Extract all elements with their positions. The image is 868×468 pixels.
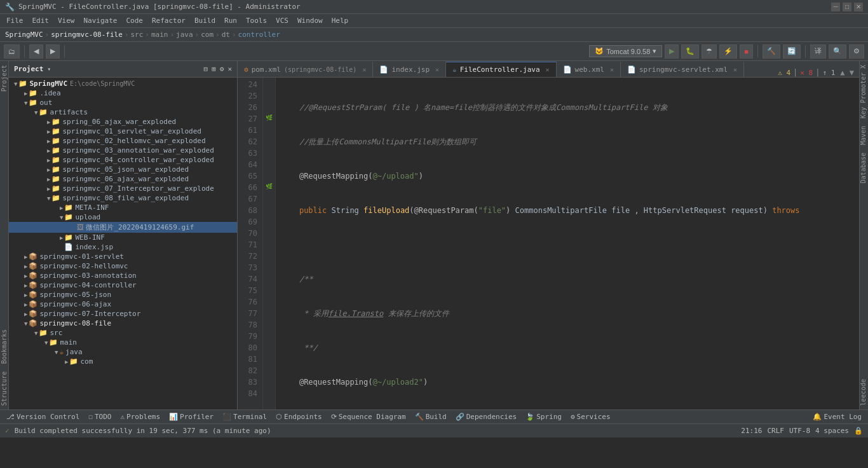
- breadcrumb-part[interactable]: dt: [222, 31, 230, 39]
- tree-artifacts[interactable]: ▼ 📁 artifacts: [9, 107, 237, 117]
- bottom-problems[interactable]: ⚠ Problems: [118, 413, 163, 421]
- expand-icon[interactable]: ⊞: [212, 65, 216, 73]
- tab-webxml[interactable]: 📄 web.xml ✕: [557, 62, 621, 77]
- menu-run[interactable]: Run: [220, 15, 241, 26]
- stop-button[interactable]: ■: [740, 45, 753, 59]
- tree-root[interactable]: ▼ 📁 SpringMVC E:\code\SpringMVC: [9, 79, 237, 88]
- menu-help[interactable]: Help: [328, 15, 353, 26]
- tree-wechat-img[interactable]: ▶ 🖼 微信图片_20220419124659.gif: [9, 222, 237, 233]
- tree-mvc01[interactable]: ▶ 📁 springmvc_01_servlet_war_exploded: [9, 127, 237, 136]
- tree-mvc06[interactable]: ▶ 📁 springmvc_06_ajax_war_exploded: [9, 174, 237, 184]
- breadcrumb-part[interactable]: controller: [238, 31, 280, 39]
- tree-java[interactable]: ▼ ☕ java: [9, 347, 237, 357]
- run-button[interactable]: ▶: [665, 45, 679, 59]
- title-bar-controls[interactable]: ─ □ ✕: [831, 3, 863, 11]
- tree-upload[interactable]: ▼ 📁 upload: [9, 212, 237, 222]
- coverage-button[interactable]: ☂: [702, 45, 717, 59]
- debug-button[interactable]: 🐛: [681, 45, 699, 59]
- breadcrumb-part[interactable]: src: [130, 31, 143, 39]
- tree-module06[interactable]: ▶ 📦 springmvc-06-ajax: [9, 299, 237, 309]
- menu-tools[interactable]: Tools: [242, 15, 271, 26]
- tree-module03[interactable]: ▶ 📦 springmvc-03-annotation: [9, 271, 237, 280]
- tree-mvc07[interactable]: ▶ 📁 springmvc_07_Interceptor_war_explode: [9, 184, 237, 193]
- maximize-button[interactable]: □: [843, 3, 851, 11]
- bottom-version-control[interactable]: ⎇ Version Control: [4, 413, 82, 421]
- tab-indexjsp[interactable]: 📄 index.jsp ✕: [373, 62, 446, 77]
- tree-module07[interactable]: ▶ 📦 springmvc-07-Interceptor: [9, 309, 237, 319]
- back-button[interactable]: ◀: [29, 45, 43, 59]
- tree-mvc02[interactable]: ▶ 📁 springmvc_02_hellomvc_war_exploded: [9, 136, 237, 146]
- menu-edit[interactable]: Edit: [29, 15, 53, 26]
- leecode-label[interactable]: leecode: [860, 375, 868, 410]
- indent[interactable]: 4 spaces: [815, 427, 849, 435]
- bottom-dependencies[interactable]: 🔗 Dependencies: [453, 413, 519, 421]
- tab-filecontroller[interactable]: ☕ FileController.java ✕: [446, 62, 557, 77]
- tree-mvc08[interactable]: ▼ 📁 springmvc_08_file_war_exploded: [9, 193, 237, 203]
- settings-button[interactable]: ⚙: [849, 45, 864, 59]
- tree-mvc04[interactable]: ▶ 📁 springmvc_04_controller_war_exploded: [9, 155, 237, 165]
- close-pomxml[interactable]: ✕: [362, 66, 366, 73]
- tree-spring06[interactable]: ▶ 📁 spring_06_ajax_war_exploded: [9, 117, 237, 127]
- tree-module05[interactable]: ▶ 📦 springmvc-05-json: [9, 290, 237, 299]
- project-sidebar-label[interactable]: Project: [0, 61, 9, 95]
- charset[interactable]: UTF-8: [789, 427, 810, 435]
- code-content[interactable]: //@RequestStrParam( file ) 名name=file控制器…: [276, 78, 859, 410]
- bottom-event-log[interactable]: 🔔 Event Log: [810, 413, 864, 421]
- close-indexjsp[interactable]: ✕: [435, 66, 439, 73]
- expand-tabs-up[interactable]: ▲: [840, 68, 844, 77]
- structure-sidebar-label[interactable]: Structure: [0, 368, 9, 410]
- tree-module01[interactable]: ▶ 📦 springmvc-01-servlet: [9, 252, 237, 261]
- menu-navigate[interactable]: Navigate: [80, 15, 121, 26]
- collapse-all-icon[interactable]: ⊟: [204, 65, 208, 73]
- breadcrumb-part[interactable]: java: [176, 31, 193, 39]
- tree-mvc03[interactable]: ▶ 📁 springmvc_03_annotation_war_exploded: [9, 146, 237, 155]
- tree-module08[interactable]: ▼ 📦 springmvc-08-file: [9, 319, 237, 328]
- tree-mvc05[interactable]: ▶ 📁 springmvc_05_json_war_exploded: [9, 165, 237, 174]
- breadcrumb-part[interactable]: SpringMVC: [5, 31, 43, 39]
- bottom-profiler[interactable]: 📊 Profiler: [166, 413, 216, 421]
- bottom-spring[interactable]: 🍃 Spring: [523, 413, 564, 421]
- run-config-dropdown[interactable]: 🐱 Tomcat 9.0.58 ▾: [589, 45, 662, 57]
- tree-module04[interactable]: ▶ 📦 springmvc-04-controller: [9, 280, 237, 290]
- forward-button[interactable]: ▶: [46, 45, 60, 59]
- project-panel-dropdown[interactable]: ▾: [47, 65, 51, 72]
- close-webxml[interactable]: ✕: [610, 66, 614, 73]
- project-structure-button[interactable]: 🗂: [4, 45, 20, 59]
- menu-file[interactable]: File: [3, 15, 27, 26]
- close-button[interactable]: ✕: [854, 3, 863, 11]
- menu-build[interactable]: Build: [191, 15, 219, 26]
- menu-window[interactable]: Window: [294, 15, 327, 26]
- menu-view[interactable]: View: [54, 15, 79, 26]
- tree-module02[interactable]: ▶ 📦 springmvc-02-hellomvc: [9, 261, 237, 271]
- breadcrumb-part[interactable]: com: [201, 31, 214, 39]
- build-button[interactable]: 🔨: [763, 45, 780, 59]
- bottom-terminal[interactable]: ⬛ Terminal: [220, 413, 269, 421]
- search-button[interactable]: 🔍: [829, 45, 846, 59]
- menu-code[interactable]: Code: [122, 15, 147, 26]
- tree-metainf[interactable]: ▶ 📁 META-INF: [9, 203, 237, 212]
- tree-out[interactable]: ▼ 📁 out: [9, 98, 237, 107]
- tree-idea[interactable]: ▶ 📁 .idea: [9, 88, 237, 98]
- tab-pomxml[interactable]: ⚙ pom.xml (springmvc-08-file) ✕: [238, 62, 373, 77]
- tree-src[interactable]: ▼ 📁 src: [9, 328, 237, 338]
- tree-com[interactable]: ▶ 📁 com: [9, 357, 237, 366]
- menu-refactor[interactable]: Refactor: [148, 15, 189, 26]
- translate-button[interactable]: 译: [810, 45, 826, 59]
- bookmarks-sidebar-label[interactable]: Bookmarks: [0, 326, 9, 368]
- bottom-services[interactable]: ⚙ Services: [568, 413, 613, 421]
- database-label[interactable]: Database: [860, 149, 868, 187]
- line-ending[interactable]: CRLF: [767, 427, 784, 435]
- bottom-sequence[interactable]: ⟳ Sequence Diagram: [329, 413, 409, 421]
- tab-springmvc-servlet[interactable]: 📄 springmvc-servlet.xml ✕: [621, 62, 744, 77]
- update-button[interactable]: 🔄: [783, 45, 801, 59]
- expand-tabs-down[interactable]: ▼: [850, 68, 854, 77]
- maven-label[interactable]: Maven: [860, 122, 868, 149]
- bottom-endpoints[interactable]: ⬡ Endpoints: [273, 413, 325, 421]
- close-filecontroller[interactable]: ✕: [546, 66, 550, 73]
- profile-button[interactable]: ⚡: [719, 45, 737, 59]
- menu-vcs[interactable]: VCS: [272, 15, 292, 26]
- tree-main[interactable]: ▼ 📁 main: [9, 338, 237, 347]
- bottom-todo[interactable]: ☐ TODO: [86, 413, 114, 421]
- bottom-build[interactable]: 🔨 Build: [412, 413, 449, 421]
- close-panel-icon[interactable]: ✕: [227, 65, 232, 73]
